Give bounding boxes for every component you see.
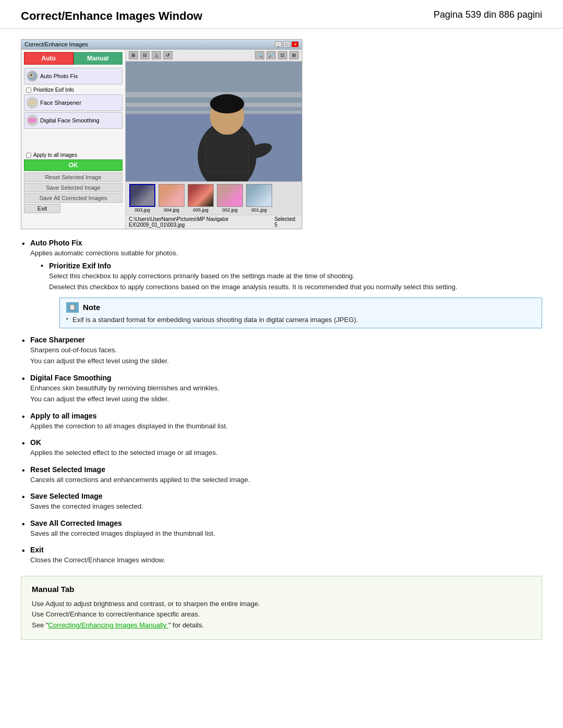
save-selected-desc: Saves the corrected images selected. [30, 501, 542, 512]
thumb-3[interactable]: 005.jpg [187, 184, 214, 213]
prioritize-exif-desc1: Select this checkbox to apply correction… [49, 271, 542, 281]
digital-face-smoothing-row[interactable]: Digital Face Smoothing [24, 112, 123, 129]
save-all-doc-title: Save All Corrected Images [30, 519, 122, 527]
thumb-img-4 [217, 184, 243, 207]
toolbar-icon-1[interactable]: ⊞ [129, 51, 138, 59]
prioritize-exif-label: Prioritize Exif Info [33, 87, 74, 93]
thumb-img-2 [158, 184, 185, 207]
svg-rect-9 [126, 92, 302, 97]
fit-icon[interactable]: ⊡ [278, 51, 287, 59]
face-sharpener-doc-title: Face Sharpener [30, 336, 85, 344]
thumb-label-2: 004.jpg [164, 207, 179, 213]
prioritize-exif-row[interactable]: Prioritize Exif Info [24, 85, 123, 94]
svg-rect-16 [206, 135, 249, 172]
digital-face-smoothing-icon [27, 115, 38, 126]
note-header: 📋 Note [66, 302, 535, 313]
manual-tab-section-title: Manual Tab [32, 585, 531, 594]
apply-all-checkbox[interactable] [26, 153, 31, 158]
page-title: Correct/Enhance Images Window [21, 9, 202, 23]
reset-desc: Cancels all corrections and enhancements… [30, 475, 542, 485]
window-controls: _ □ ✕ [275, 41, 299, 47]
content-area: Correct/Enhance Images _ □ ✕ Auto Manual… [0, 29, 563, 656]
zoom-in-icon[interactable]: 🔍 [255, 51, 264, 59]
manual-tab-desc3: See "Correcting/Enhancing Images Manuall… [32, 620, 531, 631]
note-item-exif: Exif is a standard format for embedding … [66, 316, 535, 324]
svg-point-6 [31, 118, 36, 123]
note-box: 📋 Note Exif is a standard format for emb… [59, 298, 542, 328]
manual-tab-section: Manual Tab Use Adjust to adjust brightne… [21, 576, 542, 640]
face-sharpener-row[interactable]: Face Sharpener [24, 94, 123, 111]
apply-all-desc: Applies the correction to all images dis… [30, 421, 542, 431]
ok-doc-title: OK [30, 438, 41, 447]
minimize-button[interactable]: _ [275, 41, 282, 47]
reset-button[interactable]: Reset Selected Image [24, 172, 123, 182]
main-image-area [126, 61, 302, 181]
doc-item-apply-all: Apply to all images Applies the correcti… [21, 412, 542, 431]
auto-photo-fix-desc: Applies automatic corrections suitable f… [30, 248, 542, 258]
reset-doc-title: Reset Selected Image [30, 465, 105, 474]
save-all-button[interactable]: Save All Corrected Images [24, 193, 123, 203]
save-all-desc: Saves all the corrected images displayed… [30, 528, 542, 539]
digital-face-smoothing-label: Digital Face Smoothing [40, 117, 100, 124]
note-icon: 📋 [66, 302, 79, 313]
face-sharpener-desc1: Sharpens out-of-focus faces. [30, 345, 542, 355]
doc-item-save-selected: Save Selected Image Saves the corrected … [21, 492, 542, 512]
save-selected-doc-title: Save Selected Image [30, 492, 103, 500]
prioritize-exif-checkbox[interactable] [26, 88, 31, 93]
toolbar-icon-4[interactable]: ↺ [163, 51, 173, 59]
doc-item-ok: OK Applies the selected effect to the se… [21, 438, 542, 458]
thumb-2[interactable]: 004.jpg [158, 184, 185, 213]
apply-all-doc-title: Apply to all images [30, 412, 97, 420]
thumb-img-5 [246, 184, 272, 207]
statusbar-selected: Selected: 5 [275, 216, 299, 228]
doc-subitem-prioritize-exif: Prioritize Exif Info Select this checkbo… [41, 262, 542, 328]
right-panel: ⊞ ⊟ △ ↺ 🔍 🔎 ⊡ ⊞ [126, 50, 302, 229]
manual-tab-btn[interactable]: Manual [74, 52, 123, 65]
manual-link[interactable]: Correcting/Enhancing Images Manually [48, 621, 168, 629]
face-sharpener-icon [27, 97, 38, 108]
auto-tab[interactable]: Auto [24, 52, 74, 65]
doc-item-face-sharpener: Face Sharpener Sharpens out-of-focus fac… [21, 336, 542, 366]
auto-photo-fix-label: Auto Photo Fix [40, 73, 78, 79]
prioritize-exif-title: Prioritize Exif Info [49, 262, 111, 270]
exit-button[interactable]: Exit [24, 204, 60, 213]
documentation-list: Auto Photo Fix Applies automatic correct… [21, 239, 542, 565]
prioritize-exif-desc2: Deselect this checkbox to apply correcti… [49, 282, 542, 292]
window-titlebar: Correct/Enhance Images _ □ ✕ [21, 40, 302, 50]
close-button[interactable]: ✕ [291, 41, 299, 47]
note-title: Note [83, 303, 100, 312]
toolbar-icon-2[interactable]: ⊟ [140, 51, 150, 59]
apply-all-row[interactable]: Apply to all images [24, 151, 123, 159]
auto-photo-fix-subitems: Prioritize Exif Info Select this checkbo… [30, 262, 542, 328]
toolbar-icon-3[interactable]: △ [152, 51, 161, 59]
thumbnail-strip: 003.jpg 004.jpg 005.jpg 002.jpg [126, 181, 302, 215]
thumb-img-1 [129, 184, 155, 207]
statusbar: C:\Users\UserName\Pictures\MP Navigator … [126, 215, 302, 229]
ok-button[interactable]: OK [24, 159, 123, 171]
save-selected-button[interactable]: Save Selected Image [24, 183, 123, 192]
auto-photo-fix-icon [27, 70, 38, 82]
thumb-1[interactable]: 003.jpg [129, 184, 156, 213]
thumb-label-5: 001.jpg [251, 207, 267, 213]
zoom-out-icon[interactable]: 🔎 [266, 51, 276, 59]
left-panel: Auto Manual Auto Photo Fix Prioritize Ex… [21, 50, 126, 229]
digital-face-smoothing-desc1: Enhances skin beautifully by removing bl… [30, 383, 542, 393]
exit-doc-title: Exit [30, 546, 44, 554]
auto-photo-fix-row[interactable]: Auto Photo Fix [24, 68, 123, 84]
thumb-label-1: 003.jpg [134, 207, 150, 213]
thumb-label-3: 005.jpg [193, 207, 209, 213]
page-number: Pagina 539 din 886 pagini [434, 9, 542, 20]
page-header: Correct/Enhance Images Window Pagina 539… [0, 0, 563, 29]
tab-row: Auto Manual [24, 52, 123, 65]
apply-all-label: Apply to all images [33, 152, 77, 158]
thumb-4[interactable]: 002.jpg [216, 184, 243, 213]
manual-tab-desc2: Use Correct/Enhance to correct/enhance s… [32, 609, 531, 620]
face-sharpener-label: Face Sharpener [40, 100, 81, 106]
grid-icon[interactable]: ⊞ [289, 51, 299, 59]
doc-item-exit: Exit Closes the Correct/Enhance Images w… [21, 546, 542, 565]
maximize-button[interactable]: □ [283, 41, 290, 47]
svg-point-2 [30, 74, 32, 76]
thumb-5[interactable]: 001.jpg [246, 184, 273, 213]
window-title-text: Correct/Enhance Images [25, 41, 88, 47]
digital-face-smoothing-doc-title: Digital Face Smoothing [30, 374, 112, 382]
